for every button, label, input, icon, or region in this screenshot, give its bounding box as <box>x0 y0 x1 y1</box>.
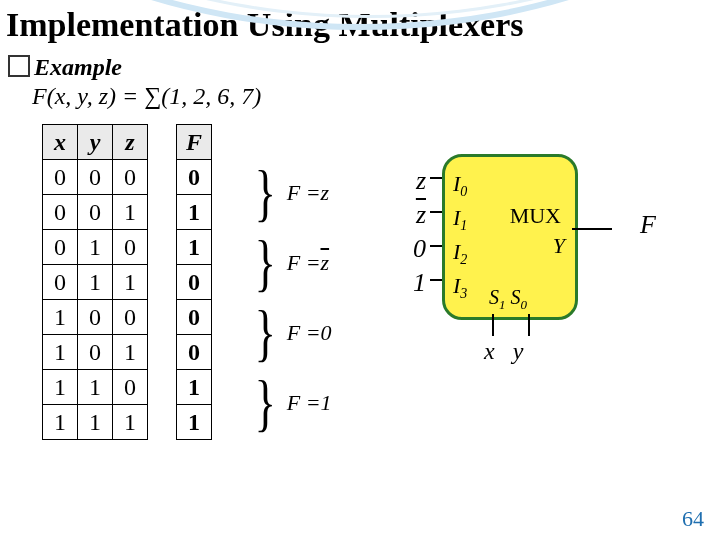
th-y: y <box>78 125 113 160</box>
table-row: 1010 <box>43 335 212 370</box>
page-number: 64 <box>682 506 704 532</box>
bullet-square-icon <box>8 55 30 77</box>
pair-rhs: 1 <box>321 390 332 416</box>
mux-out-pin: Y <box>553 233 565 259</box>
table-row: 0101 <box>43 230 212 265</box>
mux-input-wire: z <box>406 198 426 232</box>
pair-expr: }F = 0 <box>250 298 332 368</box>
pair-rhs: z <box>321 180 330 206</box>
truth-table: x y z F 0000 0011 0101 0110 1000 1010 11… <box>42 124 212 440</box>
pair-expr: }F = 1 <box>250 368 332 438</box>
mux-pin: I0 <box>453 167 467 201</box>
row-pair-expressions: }F = z }F = z }F = 0 }F = 1 <box>250 158 332 438</box>
example-heading: Example <box>8 54 720 81</box>
diagram-area: x y z F 0000 0011 0101 0110 1000 1010 11… <box>0 124 720 484</box>
wire-icon <box>430 211 442 213</box>
table-row: 1000 <box>43 300 212 335</box>
wire-icon <box>492 314 494 336</box>
mux-input-wire: z <box>406 164 426 198</box>
brace-icon: } <box>255 231 277 295</box>
mux-pin: I3 <box>453 269 467 303</box>
select-signals: x y <box>484 338 523 365</box>
pair-expr: }F = z <box>250 158 332 228</box>
mux-pin: I1 <box>453 201 467 235</box>
th-x: x <box>43 125 78 160</box>
table-row: 1111 <box>43 405 212 440</box>
mux-pin: I2 <box>453 235 467 269</box>
example-label: Example <box>34 54 122 80</box>
pair-expr: }F = z <box>250 228 332 298</box>
brace-icon: } <box>255 371 277 435</box>
table-row: 0110 <box>43 265 212 300</box>
table-row: 1101 <box>43 370 212 405</box>
pair-rhs: z <box>321 250 330 276</box>
function-definition: F(x, y, z) = ∑(1, 2, 6, 7) <box>32 83 720 110</box>
table-row: 0000 <box>43 160 212 195</box>
mux-select-pins: S1 S0 <box>489 286 527 313</box>
th-F: F <box>177 125 212 160</box>
th-z: z <box>113 125 148 160</box>
mux-input-signals: z z 0 1 <box>406 164 426 300</box>
mux-pin-labels: I0 I1 I2 I3 <box>453 167 467 303</box>
wire-icon <box>430 245 442 247</box>
brace-icon: } <box>255 161 277 225</box>
wire-icon <box>572 228 612 230</box>
pair-rhs: 0 <box>321 320 332 346</box>
mux-input-wire: 1 <box>406 266 426 300</box>
mux-input-wire: 0 <box>406 232 426 266</box>
col-gap <box>148 125 177 160</box>
brace-icon: } <box>255 301 277 365</box>
wire-icon <box>528 314 530 336</box>
wire-icon <box>430 177 442 179</box>
output-signal: F <box>640 210 656 240</box>
mux-block: I0 I1 I2 I3 MUX Y S1 S0 <box>442 154 578 320</box>
mux-label: MUX <box>510 203 561 229</box>
table-row: 0011 <box>43 195 212 230</box>
wire-icon <box>430 279 442 281</box>
